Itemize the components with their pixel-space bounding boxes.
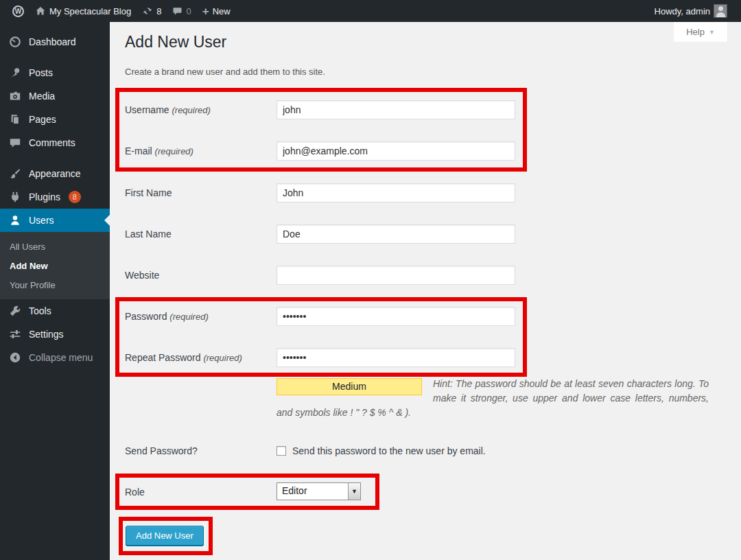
website-input[interactable] bbox=[277, 266, 515, 285]
new-label: New bbox=[213, 6, 231, 16]
email-label: E-mail (required) bbox=[125, 144, 193, 159]
send-password-label: Send Password? bbox=[125, 444, 198, 458]
sidebar-item-dashboard[interactable]: Dashboard bbox=[0, 30, 110, 54]
update-count: 8 bbox=[156, 6, 161, 16]
role-selected-value: Editor bbox=[277, 483, 348, 500]
website-label: Website bbox=[125, 268, 159, 282]
required-note: (required) bbox=[172, 105, 210, 115]
username-label: Username (required) bbox=[125, 103, 211, 117]
submenu-label: Add New bbox=[10, 261, 48, 271]
help-label: Help bbox=[686, 27, 705, 37]
site-link[interactable]: My Spectacular Blog bbox=[30, 0, 137, 22]
pages-icon bbox=[8, 113, 22, 126]
media-camera-icon bbox=[8, 90, 22, 102]
admin-bar: W My Spectacular Blog 8 0 + New Howdy, a… bbox=[0, 0, 741, 22]
new-menu[interactable]: + New bbox=[197, 0, 236, 22]
sliders-icon bbox=[8, 328, 22, 340]
sidebar-item-settings[interactable]: Settings bbox=[0, 323, 110, 346]
sidebar-label: Posts bbox=[29, 67, 53, 78]
sidebar-label: Dashboard bbox=[29, 36, 76, 47]
sidebar-item-comments[interactable]: Comments bbox=[0, 131, 110, 154]
collapse-arrow-icon bbox=[8, 351, 22, 364]
comment-bubble-icon bbox=[172, 6, 183, 16]
menu-separator bbox=[0, 54, 110, 61]
pushpin-icon bbox=[8, 67, 22, 79]
submenu-item-all-users[interactable]: All Users bbox=[0, 237, 110, 256]
required-note: (required) bbox=[203, 353, 242, 363]
sidebar-label: Tools bbox=[29, 305, 51, 316]
repeat-password-label: Repeat Password (required) bbox=[125, 351, 242, 365]
required-note: (required) bbox=[169, 312, 208, 322]
last-name-input[interactable] bbox=[277, 224, 515, 244]
site-name: My Spectacular Blog bbox=[49, 6, 131, 16]
wordpress-logo-icon: W bbox=[12, 5, 24, 17]
required-note: (required) bbox=[155, 146, 193, 156]
send-password-checkbox-label: Send this password to the new user by em… bbox=[292, 444, 486, 458]
my-account-menu[interactable]: Howdy, admin bbox=[649, 0, 733, 22]
email-input[interactable] bbox=[277, 141, 515, 161]
update-icon bbox=[142, 5, 153, 16]
first-name-label: First Name bbox=[125, 186, 172, 200]
comment-count: 0 bbox=[186, 6, 191, 16]
submenu-label: Your Profile bbox=[10, 280, 56, 290]
submenu-label: All Users bbox=[10, 242, 45, 252]
role-label: Role bbox=[125, 485, 145, 499]
sidebar-item-posts[interactable]: Posts bbox=[0, 61, 110, 84]
sidebar-item-tools[interactable]: Tools bbox=[0, 299, 110, 323]
updates-menu[interactable]: 8 bbox=[137, 0, 167, 22]
user-icon bbox=[8, 214, 22, 226]
home-icon bbox=[35, 5, 46, 16]
comments-bubble-icon bbox=[8, 137, 22, 149]
add-new-user-button[interactable]: Add New User bbox=[126, 526, 204, 546]
sidebar-label: Users bbox=[29, 215, 54, 226]
howdy-text: Howdy, admin bbox=[655, 6, 710, 16]
wrench-icon bbox=[8, 305, 22, 317]
submenu-item-your-profile[interactable]: Your Profile bbox=[0, 275, 110, 294]
password-label: Password (required) bbox=[125, 310, 209, 324]
users-submenu: All Users Add New Your Profile bbox=[0, 232, 110, 299]
sidebar-label: Appearance bbox=[29, 168, 81, 179]
sidebar-label: Comments bbox=[29, 137, 75, 148]
plug-icon bbox=[8, 191, 22, 203]
page-title: Add New User bbox=[125, 33, 226, 51]
sidebar-item-media[interactable]: Media bbox=[0, 84, 110, 108]
sidebar-label: Plugins bbox=[29, 191, 60, 202]
sidebar-item-pages[interactable]: Pages bbox=[0, 108, 110, 131]
avatar bbox=[714, 4, 727, 18]
submenu-item-add-new[interactable]: Add New bbox=[0, 256, 110, 275]
comments-menu[interactable]: 0 bbox=[167, 0, 196, 22]
repeat-password-input[interactable] bbox=[277, 348, 515, 367]
chevron-down-icon: ▼ bbox=[709, 29, 715, 36]
plugins-update-badge: 8 bbox=[69, 191, 81, 203]
password-input[interactable] bbox=[277, 307, 515, 326]
brush-icon bbox=[8, 167, 22, 180]
dashboard-gauge-icon bbox=[8, 36, 22, 48]
sidebar-item-users[interactable]: Users bbox=[0, 209, 110, 232]
sidebar-label: Settings bbox=[29, 329, 64, 340]
username-input[interactable] bbox=[277, 100, 515, 119]
admin-sidebar: Dashboard Posts Media Pages Comments App… bbox=[0, 22, 110, 560]
first-name-input[interactable] bbox=[277, 183, 515, 202]
password-strength-meter: Medium bbox=[277, 378, 422, 395]
sidebar-label: Collapse menu bbox=[29, 352, 93, 363]
role-select[interactable]: Editor ▼ bbox=[277, 482, 361, 500]
sidebar-label: Pages bbox=[29, 114, 56, 125]
last-name-label: Last Name bbox=[125, 227, 172, 241]
collapse-menu-button[interactable]: Collapse menu bbox=[0, 346, 110, 369]
menu-separator bbox=[0, 154, 110, 162]
password-hint-area: Medium Hint: The password should be at l… bbox=[277, 377, 709, 420]
main-content: Add New User Create a brand new user and… bbox=[110, 22, 741, 560]
sidebar-item-plugins[interactable]: Plugins 8 bbox=[0, 185, 110, 209]
page-subtitle: Create a brand new user and add them to … bbox=[125, 67, 325, 77]
select-arrow-icon: ▼ bbox=[348, 483, 360, 500]
help-button[interactable]: Help ▼ bbox=[673, 22, 728, 43]
sidebar-item-appearance[interactable]: Appearance bbox=[0, 162, 110, 185]
wordpress-logo-menu[interactable]: W bbox=[7, 0, 30, 22]
send-password-checkbox[interactable] bbox=[277, 446, 286, 456]
sidebar-label: Media bbox=[29, 91, 55, 102]
plus-icon: + bbox=[202, 5, 209, 17]
